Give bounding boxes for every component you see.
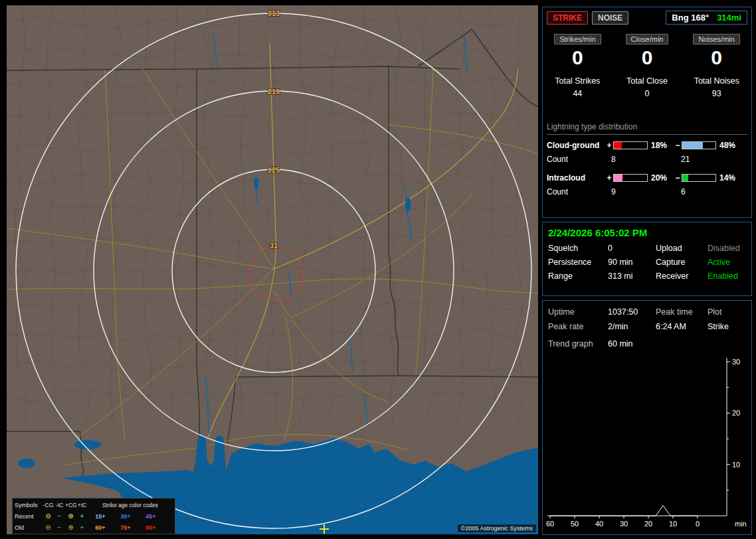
cg-minus-sign: − (674, 141, 682, 150)
svg-text:20: 20 (644, 520, 652, 528)
strike-mode-button[interactable]: STRIKE (547, 11, 588, 25)
map-svg: 313 219 125 31 (7, 5, 538, 534)
cloud-ground-count-row: Count 8 21 (547, 155, 751, 164)
range-label-second: 219 (268, 88, 280, 96)
total-noises-label: Total Noises (682, 76, 751, 86)
total-strikes-label: Total Strikes (543, 76, 613, 86)
copyright-text: ©2005 Astrogenic Systems (458, 524, 536, 532)
cg-minus-bar (682, 141, 716, 149)
map-view[interactable]: 313 219 125 31 Symbols -CG -IC +CG +IC S… (7, 5, 538, 534)
age-15: 15+ (88, 513, 113, 520)
peak-time-label: Peak time (656, 307, 708, 317)
age-60: 60+ (88, 524, 113, 531)
distribution-title: Lightning type distribution (547, 122, 747, 135)
cg-minus-pct: 48% (719, 141, 742, 150)
total-close-label: Total Close (613, 76, 682, 86)
squelch-label: Squelch (548, 244, 608, 253)
neg-ic-old-icon: − (54, 524, 65, 531)
age-90: 90+ (138, 524, 163, 531)
squelch-value: 0 (608, 244, 656, 253)
cloud-ground-label: Cloud-ground (547, 141, 605, 150)
range-label-inner: 31 (270, 242, 278, 250)
svg-text:0: 0 (696, 520, 700, 528)
bearing-readout: Bng 168° 314mi (666, 11, 747, 25)
svg-text:10: 10 (669, 520, 677, 528)
svg-text:40: 40 (595, 520, 603, 528)
age-45: 45+ (138, 513, 163, 520)
ic-minus-bar (682, 174, 716, 182)
persistence-label: Persistence (548, 258, 608, 267)
receiver-label: Receiver (656, 271, 708, 281)
neg-cg-recent-icon: ⊖ (43, 513, 54, 520)
strike-stats-panel: STRIKE NOISE Bng 168° 314mi Strikes/min … (542, 7, 752, 218)
session-grid: Uptime 1037:50 Peak time Plot Peak rate … (543, 301, 751, 331)
mode-row: STRIKE NOISE Bng 168° 314mi (543, 7, 751, 25)
noise-mode-button[interactable]: NOISE (592, 11, 628, 25)
peak-rate-value: 2/min (608, 322, 656, 331)
ic-minus-pct: 14% (719, 173, 742, 183)
noises-per-min-value: 0 (682, 46, 751, 70)
noises-per-min-column: Noises/min 0 Total Noises 93 (682, 33, 751, 98)
strikes-per-min-column: Strikes/min 0 Total Strikes 44 (543, 33, 613, 98)
status-panel: 2/24/2026 6:05:02 PM Squelch 0 Upload Di… (542, 222, 752, 296)
close-per-min-value: 0 (613, 46, 682, 70)
noises-per-min-button[interactable]: Noises/min (693, 34, 739, 44)
svg-text:30: 30 (620, 520, 628, 528)
cloud-ground-row: Cloud-ground + 18% − 48% (547, 141, 751, 150)
ic-plus-pct: 20% (651, 173, 674, 183)
svg-text:10: 10 (732, 461, 740, 469)
svg-text:min: min (735, 520, 747, 528)
cg-plus-bar (613, 141, 648, 149)
legend-old-row: Old ⊖ − ⊕ + 60+ 75+ 90+ (15, 522, 173, 533)
svg-text:50: 50 (571, 520, 579, 528)
strikes-per-min-value: 0 (543, 46, 613, 70)
total-strikes-value: 44 (543, 89, 613, 98)
total-noises-value: 93 (682, 89, 751, 98)
persistence-value: 90 min (608, 258, 656, 267)
pos-cg-recent-icon: ⊕ (65, 513, 76, 520)
neg-cg-old-icon: ⊖ (43, 524, 54, 531)
lightning-detector-app: 313 219 125 31 Symbols -CG -IC +CG +IC S… (0, 0, 756, 539)
ic-plus-count: 9 (611, 187, 681, 196)
svg-text:20: 20 (732, 409, 740, 417)
cg-count-label: Count (547, 155, 611, 164)
pos-ic-recent-icon: + (76, 513, 88, 520)
close-per-min-column: Close/min 0 Total Close 0 (613, 33, 682, 98)
cg-plus-pct: 18% (651, 141, 674, 150)
intracloud-row: Intracloud + 20% − 14% (547, 173, 751, 183)
receiver-status: Enabled (708, 271, 746, 281)
upload-label: Upload (656, 244, 708, 253)
total-close-value: 0 (613, 89, 682, 98)
range-label-outer: 313 (268, 9, 280, 17)
trend-panel: Uptime 1037:50 Peak time Plot Peak rate … (542, 300, 752, 535)
legend-age-title: Strike age color codes (88, 502, 173, 508)
plot-label: Plot (708, 307, 746, 317)
rates-row: Strikes/min 0 Total Strikes 44 Close/min… (543, 33, 751, 98)
legend-header-row: Symbols -CG -IC +CG +IC Strike age color… (15, 499, 173, 510)
capture-status: Active (708, 258, 746, 267)
legend-col-neg-cg: -CG (43, 502, 54, 508)
legend-recent-row: Recent ⊖ − ⊕ + 15+ 30+ 45+ (15, 510, 173, 522)
legend-col-pos-cg: +CG (65, 502, 76, 508)
neg-ic-recent-icon: − (54, 513, 65, 520)
trend-graph-label: Trend graph (548, 339, 608, 348)
trend-graph-window: 60 min (608, 339, 746, 348)
range-label-third: 125 (268, 166, 280, 174)
intracloud-count-row: Count 9 6 (547, 187, 751, 196)
legend-symbols-title: Symbols (15, 502, 43, 508)
map-legend: Symbols -CG -IC +CG +IC Strike age color… (12, 498, 175, 534)
age-30: 30+ (113, 513, 138, 520)
capture-label: Capture (656, 258, 708, 267)
legend-col-pos-ic: +IC (76, 502, 88, 508)
cg-plus-count: 8 (611, 155, 681, 164)
trend-chart: 6050403020100min102030 (543, 352, 751, 534)
strikes-per-min-button[interactable]: Strikes/min (554, 34, 601, 44)
legend-col-neg-ic: -IC (54, 502, 65, 508)
ic-minus-count: 6 (681, 187, 686, 196)
bearing-range-value: 314mi (717, 13, 741, 23)
svg-text:60: 60 (546, 520, 554, 528)
ic-plus-sign: + (605, 173, 613, 183)
close-per-min-button[interactable]: Close/min (626, 34, 669, 44)
datetime-readout: 2/24/2026 6:05:02 PM (543, 222, 751, 242)
peak-time-value: 6:24 AM (656, 322, 708, 331)
